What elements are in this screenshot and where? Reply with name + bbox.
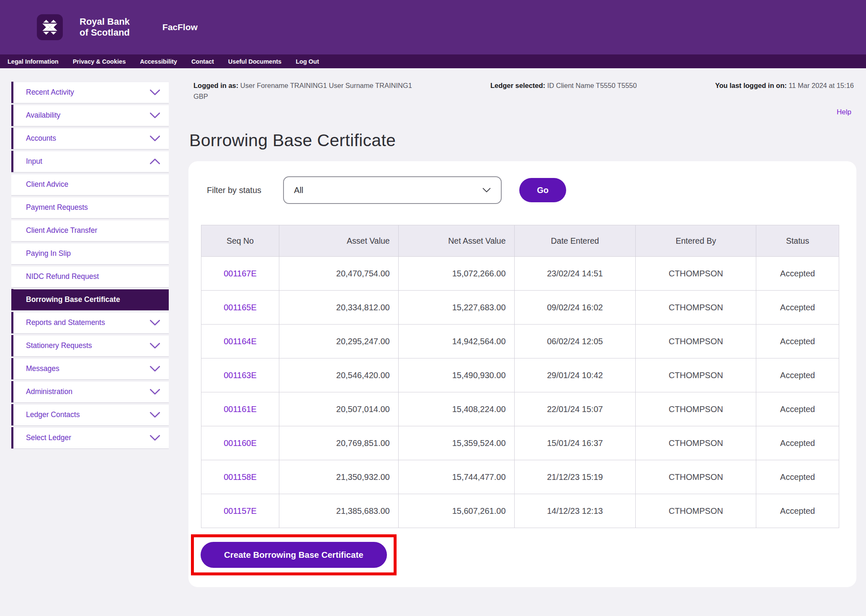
filter-label: Filter by status [207,186,261,195]
sidebar-item-nidc-refund-request[interactable]: NIDC Refund Request [11,266,169,287]
session-bar: Logged in as: User Forename TRAINING1 Us… [188,81,856,101]
seq-no-link[interactable]: 001158E [224,472,257,482]
cell-seq-no: 001157E [201,494,279,528]
chevron-down-icon [149,112,160,119]
topnav-contact[interactable]: Contact [191,58,214,65]
chevron-down-icon [149,389,160,395]
sidebar-item-payment-requests[interactable]: Payment Requests [11,197,169,218]
annotation-highlight-box: Create Borrowing Base Certificate [191,534,397,575]
cell-date-entered: 14/12/23 12:13 [514,494,636,528]
sidebar-item-accounts[interactable]: Accounts [11,128,169,149]
status-filter-value: All [294,186,303,195]
topnav-useful-documents[interactable]: Useful Documents [228,58,281,65]
cell-entered-by: CTHOMPSON [636,392,756,426]
sidebar-item-paying-in-slip[interactable]: Paying In Slip [11,243,169,264]
sidebar-item-client-advice-transfer[interactable]: Client Advice Transfer [11,220,169,241]
cell-date-entered: 09/02/24 16:02 [514,291,636,325]
sidebar-item-availability[interactable]: Availability [11,105,169,126]
cell-status: Accepted [756,426,839,460]
cell-asset-value: 21,350,932.00 [279,460,398,494]
go-button[interactable]: Go [519,178,566,202]
cell-asset-value: 21,385,683.00 [279,494,398,528]
sidebar-item-label: Accounts [26,134,56,143]
cell-date-entered: 22/01/24 15:07 [514,392,636,426]
seq-no-link[interactable]: 001167E [224,269,257,278]
app-name: FacFlow [162,22,198,32]
sidebar-item-ledger-contacts[interactable]: Ledger Contacts [11,404,169,425]
sidebar-item-label: Input [26,157,42,166]
table-row: 001167E20,470,754.0015,072,266.0023/02/2… [201,257,839,291]
sidebar-item-administration[interactable]: Administration [11,381,169,402]
sidebar-item-borrowing-base-certificate[interactable]: Borrowing Base Certificate [11,289,169,310]
cell-status: Accepted [756,392,839,426]
page-title: Borrowing Base Certificate [189,131,856,150]
sidebar-item-messages[interactable]: Messages [11,358,169,379]
cell-status: Accepted [756,358,839,392]
seq-no-link[interactable]: 001157E [224,506,257,515]
logged-in-as: Logged in as: User Forename TRAINING1 Us… [193,81,412,90]
bank-name-line2: of Scotland [80,27,130,38]
cell-status: Accepted [756,325,839,358]
chevron-down-icon [149,89,160,95]
cell-asset-value: 20,507,014.00 [279,392,398,426]
cell-seq-no: 001167E [201,257,279,291]
topnav-privacy-cookies[interactable]: Privacy & Cookies [73,58,126,65]
topnav-accessibility[interactable]: Accessibility [140,58,177,65]
col-header-entered-by: Entered By [636,225,756,257]
sidebar-item-label: Paying In Slip [26,249,71,258]
cell-entered-by: CTHOMPSON [636,325,756,358]
seq-no-link[interactable]: 001160E [224,438,257,448]
sidebar-item-label: Borrowing Base Certificate [26,295,120,304]
utility-nav: Legal InformationPrivacy & CookiesAccess… [0,54,866,68]
sidebar-item-input[interactable]: Input [11,151,169,172]
cell-asset-value: 20,546,420.00 [279,358,398,392]
status-filter-select[interactable]: All [283,176,502,204]
col-header-seq-no: Seq No [201,225,279,257]
cell-net-asset-value: 15,227,683.00 [398,291,514,325]
cell-entered-by: CTHOMPSON [636,460,756,494]
main-content: Logged in as: User Forename TRAINING1 Us… [188,68,856,587]
cell-entered-by: CTHOMPSON [636,426,756,460]
sidebar-item-label: Recent Activity [26,88,74,97]
rbs-daisywheel-icon [41,18,59,36]
create-bbc-button[interactable]: Create Borrowing Base Certificate [201,542,387,568]
sidebar-item-reports-and-statements[interactable]: Reports and Statements [11,312,169,333]
seq-no-link[interactable]: 001163E [224,371,257,380]
col-header-status: Status [756,225,839,257]
sidebar-item-label: Client Advice Transfer [26,226,97,235]
last-logged-in: You last logged in on: 11 Mar 2024 at 15… [715,81,854,90]
seq-no-link[interactable]: 001165E [224,303,257,312]
seq-no-link[interactable]: 001164E [224,337,257,346]
cell-seq-no: 001164E [201,325,279,358]
seq-no-link[interactable]: 001161E [224,405,257,414]
cell-entered-by: CTHOMPSON [636,358,756,392]
chevron-up-icon [149,158,160,165]
table-row: 001161E20,507,014.0015,408,224.0022/01/2… [201,392,839,426]
sidebar: Recent ActivityAvailabilityAccountsInput… [11,82,169,450]
sidebar-item-client-advice[interactable]: Client Advice [11,174,169,195]
cell-status: Accepted [756,257,839,291]
cell-net-asset-value: 15,408,224.00 [398,392,514,426]
topnav-log-out[interactable]: Log Out [296,58,319,65]
chevron-down-icon [149,412,160,418]
cell-net-asset-value: 15,490,930.00 [398,358,514,392]
cell-net-asset-value: 14,942,564.00 [398,325,514,358]
cell-status: Accepted [756,494,839,528]
sidebar-item-label: Client Advice [26,180,68,189]
table-row: 001160E20,769,851.0015,359,524.0015/01/2… [201,426,839,460]
sidebar-item-select-ledger[interactable]: Select Ledger [11,427,169,448]
sidebar-item-label: Availability [26,111,60,120]
topnav-legal-information[interactable]: Legal Information [8,58,59,65]
help-link[interactable]: Help [837,108,851,116]
sidebar-item-stationery-requests[interactable]: Stationery Requests [11,335,169,356]
chevron-down-icon [482,188,491,193]
cell-net-asset-value: 15,359,524.00 [398,426,514,460]
chevron-down-icon [149,135,160,142]
table-row: 001165E20,334,812.0015,227,683.0009/02/2… [201,291,839,325]
sidebar-item-recent-activity[interactable]: Recent Activity [11,82,169,103]
cell-seq-no: 001165E [201,291,279,325]
sidebar-item-label: Select Ledger [26,433,71,442]
rbs-logo [37,14,63,40]
cell-seq-no: 001160E [201,426,279,460]
col-header-date-entered: Date Entered [514,225,636,257]
